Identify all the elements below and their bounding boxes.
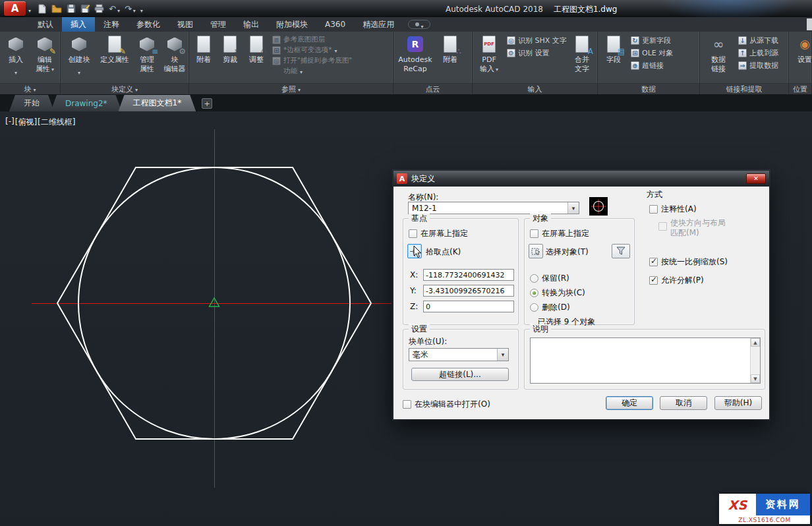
radio-icon[interactable] [530,274,538,283]
autocad-logo[interactable]: A [4,1,26,16]
panel-label-block[interactable]: 块 [0,83,60,94]
define-attribute-button[interactable]: ✎ 定义属性 [96,32,133,83]
tab-a360[interactable]: A360 [316,17,354,32]
manage-attributes-button[interactable]: ≡ 管理 属性 [133,32,161,83]
recognition-settings-button[interactable]: ⚙识别 设置 [507,48,565,58]
tab-addins[interactable]: 附加模块 [268,17,316,32]
combo-dropdown-icon[interactable] [497,349,508,361]
plot-button[interactable] [94,4,104,13]
retain-radio[interactable]: 保留(R) [530,273,569,284]
radio-selected-icon[interactable] [530,289,538,297]
snap-to-underlay-button-2[interactable]: 功能 [283,67,387,76]
autodesk-recap-button[interactable]: R Autodesk ReCap [395,32,436,83]
data-link-button[interactable]: ∞ 数据 链接 [701,32,736,83]
annotative-checkbox[interactable]: 注释性(A) [649,204,697,215]
snap-to-underlay-button[interactable]: ◎打开"捕捉到参考底图" [272,56,387,65]
panel-label-linking[interactable]: 链接和提取 [700,83,788,94]
redo-button[interactable]: ↷ [125,3,136,15]
viewport-controls-button[interactable]: [-] [5,117,14,128]
upload-to-source-button[interactable]: ↑上载到源 [738,48,784,58]
x-coordinate-input[interactable] [423,269,514,281]
field-button[interactable]: ▤ 字段 [599,32,628,83]
new-drawing-tab-button[interactable] [202,98,212,109]
ok-button[interactable]: 确定 [606,396,653,410]
tab-view[interactable]: 视图 [169,17,202,32]
base-onscreen-checkbox[interactable]: 在屏幕上指定 [409,228,468,239]
checkbox-icon[interactable] [403,400,411,409]
redo-caret-icon[interactable] [133,3,136,15]
scroll-down-icon[interactable] [751,374,760,383]
match-orientation-checkbox[interactable]: 使块方向与布局匹配(M) [658,218,726,238]
attach-button[interactable]: 附着 [190,32,217,83]
pdf-import-button[interactable]: PDF PDF 输入 [474,32,504,83]
underlay-layers-button[interactable]: ≡参考底图图层 [272,35,387,44]
radio-icon[interactable] [530,303,538,312]
ribbon-display-toggle[interactable] [408,20,430,29]
open-file-button[interactable] [51,4,62,13]
tab-annotate[interactable]: 注释 [95,17,128,32]
help-button[interactable]: 帮助(H) [714,396,762,410]
tab-insert[interactable]: 插入 [62,17,95,32]
tab-output[interactable]: 输出 [235,17,268,32]
z-coordinate-input[interactable] [423,301,514,312]
combine-text-button[interactable]: A 合并 文字 [567,32,596,83]
extract-data-button[interactable]: ⇒提取数据 [738,61,784,71]
allow-explode-checkbox[interactable]: 允许分解(P) [649,275,704,286]
file-tab-document1[interactable]: 工程图文档1* [119,95,196,111]
y-coordinate-input[interactable] [423,285,514,297]
tab-default[interactable]: 默认 [29,17,62,32]
geolocation-settings-button[interactable]: ◉ 设置 [790,32,812,83]
checkbox-icon[interactable] [649,205,658,214]
block-editor-button[interactable]: ⚙ 块 编辑器 [161,32,188,83]
dialog-close-button[interactable] [746,173,766,184]
description-scrollbar[interactable] [750,338,760,383]
checkbox-checked-icon[interactable] [649,258,658,266]
delete-radio[interactable]: 删除(D) [530,302,570,313]
new-file-button[interactable] [38,4,47,14]
checkbox-icon[interactable] [409,229,417,238]
tab-parametric[interactable]: 参数化 [128,17,169,32]
viewport-visual-style-button[interactable]: [二维线框] [38,117,75,128]
block-unit-combobox[interactable]: 毫米 [409,348,509,361]
open-in-block-editor-checkbox[interactable]: 在块编辑器中打开(O) [403,399,490,410]
convert-to-block-radio[interactable]: 转换为块(C) [530,287,585,299]
hyperlink-button[interactable]: ⊕超链接 [631,61,691,71]
quick-select-button[interactable] [612,244,630,258]
file-tab-drawing2[interactable]: Drawing2* [51,95,122,111]
app-menu-caret-icon[interactable] [28,3,31,15]
save-button[interactable] [67,4,76,13]
scroll-up-icon[interactable] [751,338,760,347]
objects-onscreen-checkbox[interactable]: 在屏幕上指定 [530,228,589,239]
combo-dropdown-icon[interactable] [567,202,579,214]
hyperlink-dialog-button[interactable]: 超链接(L)... [411,368,509,381]
create-block-button[interactable]: 创建块 [62,32,96,83]
cancel-button[interactable]: 取消 [660,396,707,410]
description-textarea[interactable] [530,337,761,384]
frames-vary-button[interactable]: ⊞*边框可变选项* [272,45,387,55]
tab-featured-apps[interactable]: 精选应用 [354,17,403,32]
panel-label-import[interactable]: 输入 [473,83,597,94]
ole-object-button[interactable]: ⊞OLE 对象 [631,48,691,58]
panel-label-point-cloud[interactable]: 点云 [393,83,472,94]
undo-button[interactable]: ↶ [109,3,120,15]
panel-label-reference[interactable]: 参照 [189,83,393,94]
dialog-titlebar[interactable]: A 块定义 [393,171,769,187]
qat-customize-caret-icon[interactable] [140,3,143,15]
checkbox-checked-icon[interactable] [649,276,658,285]
edit-attribute-button[interactable]: ✎ 编辑 属性 [30,32,59,83]
panel-label-block-definition[interactable]: 块定义 [61,83,188,94]
save-as-button[interactable] [80,4,90,13]
file-tab-start[interactable]: 开始 [9,95,54,111]
update-fields-button[interactable]: ↻更新字段 [631,36,691,45]
tab-manage[interactable]: 管理 [202,17,235,32]
clip-button[interactable]: ✂ 剪裁 [217,32,243,83]
panel-label-location[interactable]: 位置 [789,83,811,94]
checkbox-icon[interactable] [530,229,538,238]
block-name-combobox[interactable]: M12-1 [408,202,579,214]
panel-label-data[interactable]: 数据 [598,83,699,94]
undo-caret-icon[interactable] [117,3,120,15]
viewport-view-button[interactable]: [俯视] [15,117,37,128]
select-objects-button[interactable] [529,244,543,258]
recognize-shx-button[interactable]: ◎识别 SHX 文字 [507,36,565,45]
insert-block-button[interactable]: 插入 [1,32,30,83]
